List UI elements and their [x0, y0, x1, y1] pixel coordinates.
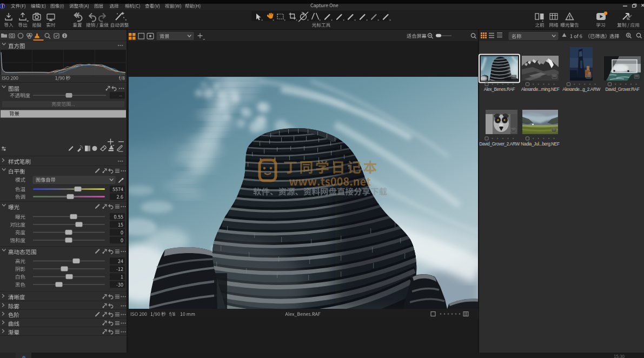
svg-text:Nadia_Jul...berg.NEF: Nadia_Jul...berg.NEF: [521, 142, 560, 147]
svg-text:Alex_Benes.RAF: Alex_Benes.RAF: [484, 87, 515, 92]
svg-text:Alexande...g_2.ARW: Alexande...g_2.ARW: [562, 87, 600, 92]
svg-text:David_Grover.RAF: David_Grover.RAF: [605, 87, 639, 92]
svg-text:Alexande...ming.NEF: Alexande...ming.NEF: [521, 87, 560, 92]
svg-text:David_Grover_2.ARW: David_Grover_2.ARW: [479, 142, 520, 147]
